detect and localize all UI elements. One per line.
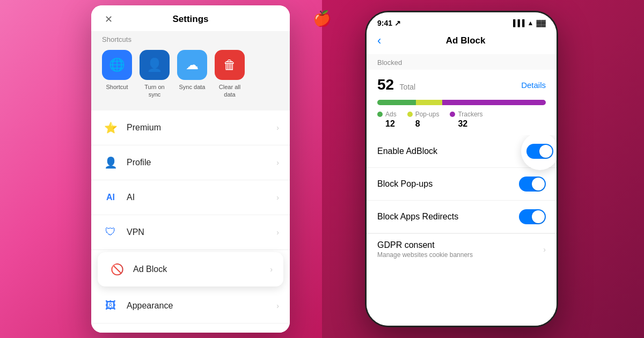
menu-item-label-ai: AI: [127, 193, 276, 202]
gdpr-title: GDPR consent: [377, 240, 543, 250]
details-link[interactable]: Details: [521, 80, 546, 90]
apple-logo: 🍎: [313, 10, 332, 27]
shortcuts-section: Shortcuts 🌐 Shortcut 👤 Turn on sync ☁ Sy…: [91, 31, 290, 111]
popups-dot: [407, 112, 413, 117]
popups-legend-name: Pop-ups: [415, 111, 440, 118]
toggle-label-adblock: Enable AdBlock: [377, 146, 519, 156]
menu-item-label-adblock: Ad Block: [133, 264, 270, 274]
gdpr-subtitle: Manage websites cookie banners: [377, 251, 543, 259]
popups-value: 8: [407, 119, 440, 129]
menu-item-profile[interactable]: 👤 Profile ›: [91, 145, 290, 180]
trackers-value: 32: [450, 119, 482, 129]
back-button[interactable]: ‹: [377, 34, 381, 48]
shortcuts-label: Shortcuts: [102, 35, 279, 43]
menu-item-label-profile: Profile: [127, 158, 276, 167]
right-phone-title: Ad Block: [385, 35, 546, 46]
status-icons: ▐▐▐ ▲ ▓▓: [511, 19, 546, 27]
progress-bar: [377, 100, 546, 105]
signal-icon: ▐▐▐: [511, 19, 525, 27]
files-icon: 📁: [102, 332, 119, 333]
toggle-block-redirects: Block Apps Redirects: [367, 201, 557, 233]
ads-value: 12: [377, 119, 397, 129]
chevron-icon-ai: ›: [276, 193, 279, 202]
shortcut-item-cleardata[interactable]: 🗑 Clear all data: [214, 50, 246, 99]
shortcut-item-shortcut[interactable]: 🌐 Shortcut: [102, 50, 132, 99]
stats-total-number: 52: [377, 76, 394, 93]
toggle-knob-adblock: [539, 145, 552, 158]
menu-item-label-appearance: Appearance: [127, 301, 276, 311]
wifi-icon: ▲: [528, 19, 534, 27]
profile-icon: 👤: [102, 154, 119, 171]
ads-dot: [377, 112, 383, 117]
legend-trackers-dot-row: Trackers: [450, 111, 482, 118]
toggle-switch-adblock[interactable]: [526, 144, 553, 159]
toggle-enable-adblock: Enable AdBlock: [367, 135, 557, 168]
blocked-section: Blocked: [367, 54, 557, 70]
legend-popups: Pop-ups 8: [407, 111, 440, 129]
gdpr-item[interactable]: GDPR consent Manage websites cookie bann…: [367, 233, 557, 265]
toggle-switch-redirects[interactable]: [519, 209, 546, 224]
right-phone-header: ‹ Ad Block: [367, 30, 557, 54]
stats-total-label: Total: [400, 83, 416, 91]
toggle-label-popups: Block Pop-ups: [377, 179, 519, 189]
stats-total-container: 52 Total: [377, 76, 415, 93]
left-phone-header: ✕ Settings: [91, 5, 290, 31]
shortcut-icon-cloud: ☁: [177, 50, 207, 80]
chevron-icon-vpn: ›: [276, 228, 279, 237]
legend-row: Ads 12 Pop-ups 8 Trackers 32: [377, 111, 546, 129]
toggle-switch-popups[interactable]: [519, 177, 546, 192]
appearance-icon: 🖼: [102, 297, 119, 314]
legend-popups-dot-row: Pop-ups: [407, 111, 440, 118]
shortcut-item-syncdata[interactable]: ☁ Sync data: [177, 50, 207, 99]
shortcut-icon-web: 🌐: [102, 50, 132, 80]
vpn-icon: 🛡: [102, 224, 119, 241]
adblock-icon: 🚫: [108, 261, 126, 278]
stats-row: 52 Total Details: [367, 70, 557, 98]
close-button[interactable]: ✕: [102, 13, 115, 26]
progress-popups: [416, 100, 442, 105]
menu-list: ⭐ Premium › 👤 Profile › AI AI › 🛡 VPN › …: [91, 111, 290, 333]
shortcut-icon-person: 👤: [140, 50, 170, 80]
shortcut-label-cleardata: Clear all data: [214, 83, 246, 99]
menu-item-vpn[interactable]: 🛡 VPN ›: [91, 215, 290, 250]
chevron-icon-profile: ›: [276, 158, 279, 167]
chevron-icon-adblock: ›: [270, 265, 273, 274]
shortcut-label-shortcut: Shortcut: [106, 83, 128, 91]
progress-trackers: [442, 100, 546, 105]
toggle-section: Enable AdBlock Block Pop-ups Block Apps …: [367, 135, 557, 326]
left-phone: ✕ Settings Shortcuts 🌐 Shortcut 👤 Turn o…: [91, 5, 290, 333]
toggle-knob-popups: [532, 178, 545, 190]
left-phone-title: Settings: [172, 14, 208, 25]
shortcut-label-sync: Turn on sync: [138, 83, 171, 99]
toggle-block-popups: Block Pop-ups: [367, 168, 557, 201]
shortcut-item-sync[interactable]: 👤 Turn on sync: [138, 50, 171, 99]
menu-item-ai[interactable]: AI AI ›: [91, 180, 290, 215]
shortcut-label-syncdata: Sync data: [179, 83, 206, 91]
legend-trackers: Trackers 32: [450, 111, 482, 129]
right-phone: 9:41 ↗ ▐▐▐ ▲ ▓▓ ‹ Ad Block Blocked 52 To…: [365, 11, 558, 327]
chevron-icon-appearance: ›: [276, 302, 279, 310]
menu-item-adblock[interactable]: 🚫 Ad Block ›: [98, 252, 283, 286]
menu-item-premium[interactable]: ⭐ Premium ›: [91, 111, 290, 145]
legend-ads: Ads 12: [377, 111, 397, 129]
shortcuts-row: 🌐 Shortcut 👤 Turn on sync ☁ Sync data 🗑 …: [102, 50, 279, 107]
premium-icon: ⭐: [102, 119, 119, 136]
battery-icon: ▓▓: [537, 19, 546, 27]
status-time: 9:41 ↗: [377, 19, 401, 27]
toggle-highlight-circle: [521, 135, 557, 170]
toggle-knob-redirects: [532, 210, 545, 223]
trackers-legend-name: Trackers: [458, 111, 482, 118]
menu-item-files[interactable]: 📁 Files ›: [91, 324, 290, 333]
gdpr-text: GDPR consent Manage websites cookie bann…: [377, 240, 543, 259]
chevron-icon-premium: ›: [276, 123, 279, 132]
menu-item-appearance[interactable]: 🖼 Appearance ›: [91, 289, 290, 324]
ads-legend-name: Ads: [385, 111, 397, 118]
menu-item-label-vpn: VPN: [127, 227, 276, 237]
trackers-dot: [450, 112, 455, 117]
ai-icon: AI: [102, 189, 119, 206]
toggle-label-redirects: Block Apps Redirects: [377, 212, 519, 222]
progress-ads: [377, 100, 416, 105]
progress-bar-container: Ads 12 Pop-ups 8 Trackers 32: [367, 98, 557, 135]
chevron-icon-gdpr: ›: [543, 245, 546, 254]
shortcut-icon-trash: 🗑: [215, 50, 245, 80]
